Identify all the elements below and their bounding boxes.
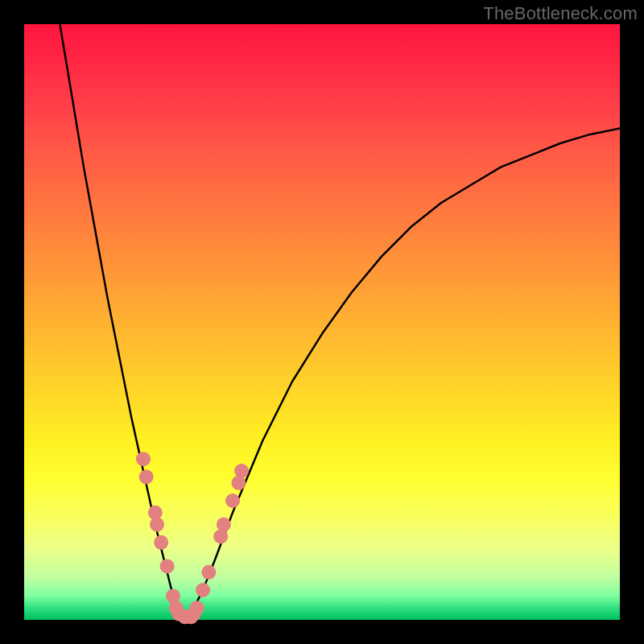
marker-point [139, 469, 154, 484]
marker-point [234, 464, 249, 478]
watermark-text: TheBottleneck.com [483, 3, 638, 24]
frame: TheBottleneck.com [0, 0, 644, 644]
marker-point [196, 583, 210, 597]
marker-point [201, 565, 216, 580]
marker-point [190, 601, 204, 615]
marker-point [160, 559, 175, 573]
marker-group [136, 452, 249, 624]
curve-left-branch [60, 24, 184, 620]
marker-point [225, 493, 240, 508]
curve-group [60, 24, 620, 620]
marker-point [136, 452, 151, 466]
plot-area [24, 24, 620, 620]
chart-svg [24, 24, 620, 620]
marker-point [217, 518, 231, 532]
curve-right-branch [185, 129, 620, 621]
marker-point [154, 535, 168, 550]
marker-point [150, 518, 164, 532]
